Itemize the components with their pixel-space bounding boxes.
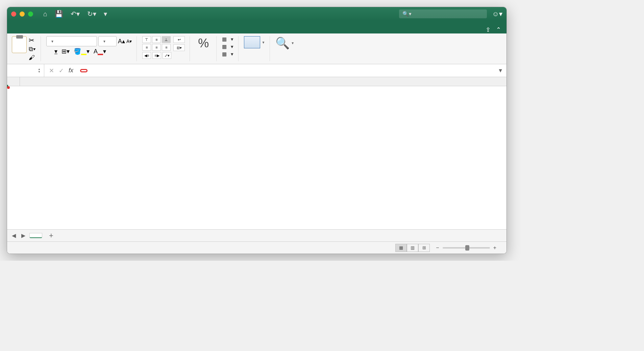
font-size-dropdown[interactable]: ▼ — [98, 36, 117, 46]
titlebar: ⌂ 💾 ↶▾ ↻▾ ▾ 🔍▾ ☺︎▾ — [7, 7, 506, 21]
minimize-window[interactable] — [20, 11, 25, 17]
formula-bar: ▲▼ ✕ ✓ fx ▼ — [7, 64, 506, 77]
align-middle[interactable]: ≡ — [152, 36, 161, 43]
feedback-icon[interactable]: ☺︎▾ — [492, 10, 502, 18]
increase-indent[interactable]: ≡▶ — [152, 52, 161, 59]
sheet-nav-next[interactable]: ▶ — [20, 231, 27, 240]
align-center[interactable]: ≡ — [152, 44, 161, 51]
formula-text — [80, 69, 88, 72]
zoom-controls: − + — [436, 245, 500, 251]
table-format-icon: ▦ — [222, 44, 227, 50]
cells-group: ▼ — [244, 36, 270, 61]
merge-icon[interactable]: ⊟▾ — [173, 44, 185, 51]
sheet-tab-active[interactable] — [29, 233, 42, 238]
font-color-icon[interactable]: A▾ — [94, 48, 106, 55]
number-group: % — [195, 36, 217, 61]
alignment-group: ⊤ ≡ ⊥ ≡ ≡ ≡ ◀≡ ≡▶ ⤢▾ ↩ ⊟▾ — [142, 36, 190, 61]
expand-formula-bar[interactable]: ▼ — [494, 68, 506, 74]
clipboard-group: ✂︎ ⧉▾ 🖌 — [12, 36, 41, 61]
border-icon[interactable]: ⊞▾ — [61, 48, 70, 55]
select-all-corner[interactable] — [7, 77, 20, 86]
collapse-ribbon-icon[interactable]: ⌃ — [496, 26, 501, 33]
wrap-text-icon[interactable]: ↩ — [173, 36, 185, 43]
editing-group: 🔍▼ — [275, 36, 299, 61]
decrease-indent[interactable]: ◀≡ — [142, 52, 151, 59]
sheet-tab-bar: ◀ ▶ + — [7, 229, 506, 241]
zoom-out[interactable]: − — [436, 245, 439, 251]
copy-icon[interactable]: ⧉▾ — [29, 46, 36, 53]
maximize-window[interactable] — [28, 11, 33, 17]
quick-access-toolbar: ⌂ 💾 ↶▾ ↻▾ ▾ — [43, 10, 107, 18]
zoom-slider[interactable] — [443, 247, 490, 249]
align-bottom[interactable]: ⊥ — [162, 36, 171, 43]
save-icon[interactable]: 💾 — [55, 10, 63, 18]
cell-styles[interactable]: ▦ ▾ — [222, 51, 233, 57]
ribbon-tabs: ⇪ ⌃ — [7, 21, 506, 33]
cell-styles-icon: ▦ — [222, 51, 227, 57]
search-input[interactable] — [414, 11, 484, 17]
page-break-view[interactable]: ⊞ — [418, 244, 430, 252]
search-icon: 🔍▾ — [402, 11, 412, 17]
increase-font-icon[interactable]: A▴ — [118, 38, 125, 45]
excel-window: ⌂ 💾 ↶▾ ↻▾ ▾ 🔍▾ ☺︎▾ ⇪ ⌃ — [7, 7, 507, 254]
undo-icon[interactable]: ↶▾ — [71, 10, 80, 18]
decrease-font-icon[interactable]: A▾ — [126, 39, 132, 44]
format-painter-icon[interactable]: 🖌 — [29, 54, 36, 61]
cancel-formula-icon[interactable]: ✕ — [49, 67, 54, 74]
align-left[interactable]: ≡ — [142, 44, 151, 51]
status-bar: ▦ ▥ ⊞ − + — [7, 241, 506, 254]
font-name-dropdown[interactable]: ▼ — [46, 36, 97, 46]
cond-format-icon: ▦ — [222, 36, 227, 42]
percent-icon[interactable]: % — [195, 36, 212, 50]
font-group: ▼ ▼ A▴ A▾ ▾ ⊞▾ 🪣▾ A▾ — [46, 36, 137, 61]
cut-icon[interactable]: ✂︎ — [29, 36, 36, 44]
close-window[interactable] — [11, 11, 16, 17]
share-icon: ⇪ — [486, 26, 491, 33]
normal-view[interactable]: ▦ — [395, 244, 407, 252]
page-layout-view[interactable]: ▥ — [407, 244, 418, 252]
zoom-in[interactable]: + — [493, 245, 496, 251]
column-headers — [7, 77, 506, 86]
cells-icon[interactable] — [244, 36, 260, 48]
name-box[interactable]: ▲▼ — [7, 64, 44, 77]
share-button[interactable]: ⇪ — [486, 26, 493, 33]
active-cell-border — [7, 86, 8, 88]
conditional-formatting[interactable]: ▦ ▾ — [222, 36, 233, 42]
find-icon[interactable]: 🔍 — [275, 36, 290, 50]
styles-group: ▦ ▾ ▦ ▾ ▦ ▾ — [222, 36, 239, 61]
paste-icon[interactable] — [12, 36, 27, 53]
accept-formula-icon[interactable]: ✓ — [59, 67, 64, 74]
formula-input[interactable] — [78, 64, 494, 77]
sheet-nav-prev[interactable]: ◀ — [10, 231, 17, 240]
add-sheet-button[interactable]: + — [45, 231, 57, 240]
search-field[interactable]: 🔍▾ — [399, 9, 487, 18]
align-top[interactable]: ⊤ — [142, 36, 151, 43]
format-as-table[interactable]: ▦ ▾ — [222, 44, 233, 50]
ribbon: ✂︎ ⧉▾ 🖌 ▼ ▼ A▴ A▾ ▾ ⊞▾ 🪣▾ — [7, 33, 506, 64]
selection-highlight — [7, 86, 10, 89]
customize-qat-icon[interactable]: ▾ — [104, 10, 107, 18]
align-right[interactable]: ≡ — [162, 44, 171, 51]
redo-icon[interactable]: ↻▾ — [87, 10, 96, 18]
home-icon[interactable]: ⌂ — [43, 10, 47, 18]
spreadsheet-grid[interactable] — [7, 77, 506, 229]
fx-icon[interactable]: fx — [69, 67, 73, 74]
name-box-down[interactable]: ▼ — [38, 71, 41, 73]
underline-button[interactable]: ▾ — [54, 48, 57, 55]
window-controls — [11, 11, 33, 17]
orientation-icon[interactable]: ⤢▾ — [163, 52, 171, 59]
fill-color-icon[interactable]: 🪣▾ — [74, 48, 90, 55]
